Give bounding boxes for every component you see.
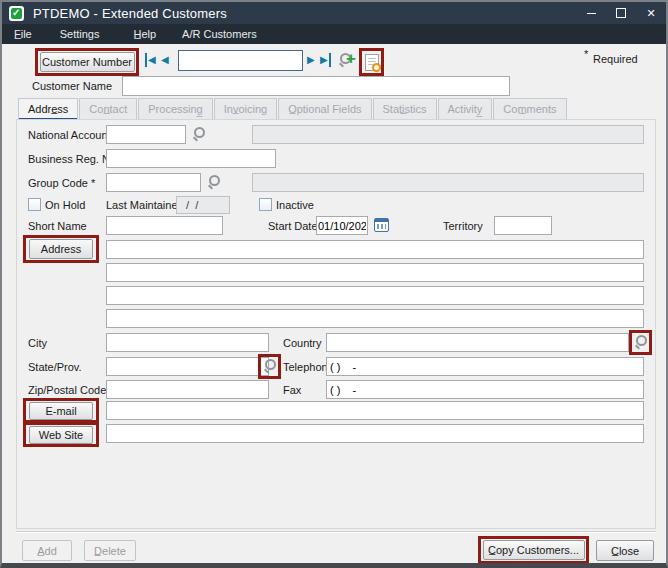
group-code-input[interactable] <box>106 173 201 192</box>
start-date-label: Start Date <box>268 220 318 232</box>
menu-bar: F̲ile Settings H̲elp A/R Customers <box>2 24 666 44</box>
email-input[interactable] <box>106 401 644 420</box>
annotation-drilldown <box>359 48 384 76</box>
annotation-email: E-mail <box>23 398 99 423</box>
minimize-button[interactable] <box>576 2 606 24</box>
menu-settings[interactable]: Settings <box>50 26 110 42</box>
menu-ar-customers[interactable]: A/R Customers <box>172 26 267 42</box>
address-line-1-input[interactable] <box>106 240 644 259</box>
delete-button[interactable]: D̲elete <box>84 540 136 561</box>
customer-name-label: Customer Name <box>32 80 112 92</box>
state-prov-finder-icon[interactable] <box>263 359 277 374</box>
country-label: Country <box>283 337 322 349</box>
annotation-state-finder <box>258 354 281 379</box>
short-name-input[interactable] <box>106 216 223 235</box>
group-code-display <box>252 173 644 192</box>
footer-separator <box>16 531 656 533</box>
tab-comments[interactable]: Com̲ments <box>493 98 566 119</box>
last-maintained-field <box>176 196 230 214</box>
address-line-4-input[interactable] <box>106 309 644 328</box>
on-hold-label: On Hold <box>45 199 85 211</box>
tab-statistics[interactable]: Stati̲stics <box>373 98 437 119</box>
add-button[interactable]: A̲dd <box>22 540 72 561</box>
tab-strip: Addre̲ss Con̲tact Processing̲ Inv̲oicing… <box>18 98 568 119</box>
annotation-web-site: Web Site <box>23 422 99 447</box>
app-icon <box>9 6 24 21</box>
web-site-button[interactable]: Web Site <box>29 426 93 444</box>
territory-input[interactable] <box>494 216 552 235</box>
address-button[interactable]: Address <box>29 239 93 259</box>
business-reg-input[interactable] <box>106 149 276 168</box>
national-account-finder-icon[interactable] <box>192 127 206 142</box>
on-hold-checkbox[interactable] <box>28 198 41 211</box>
annotation-country-finder <box>629 330 652 355</box>
nav-last-icon[interactable] <box>320 53 331 67</box>
menu-help[interactable]: H̲elp <box>123 26 166 42</box>
window-controls <box>576 2 666 24</box>
zip-label: Zip/Postal Code <box>28 384 106 396</box>
title-bar: PTDEMO - Extended Customers <box>2 2 666 24</box>
country-finder-icon[interactable] <box>634 335 648 350</box>
national-account-input[interactable] <box>106 125 186 144</box>
close-button[interactable] <box>636 2 666 24</box>
city-input[interactable] <box>106 333 269 352</box>
copy-customers-button[interactable]: C̲opy Customers... <box>483 540 585 560</box>
tab-invoicing[interactable]: Inv̲oicing <box>214 98 277 119</box>
web-site-input[interactable] <box>106 424 644 443</box>
customer-number-key-button[interactable]: Customer Number <box>40 52 135 72</box>
state-prov-label: State/Prov. <box>28 361 82 373</box>
last-maintained-label: Last Maintained <box>106 199 184 211</box>
address-line-2-input[interactable] <box>106 263 644 282</box>
tab-processing[interactable]: Processing̲ <box>138 98 212 119</box>
annotation-copy-customers: C̲opy Customers... <box>478 536 589 564</box>
menu-file[interactable]: F̲ile <box>4 26 42 42</box>
tab-activity[interactable]: Activity̲ <box>438 98 493 119</box>
new-record-icon[interactable]: + <box>346 49 356 69</box>
email-button[interactable]: E-mail <box>29 402 93 420</box>
inactive-checkbox[interactable] <box>259 198 272 211</box>
required-note: Required <box>593 53 638 65</box>
group-code-label: Group Code * <box>28 177 95 189</box>
tab-address[interactable]: Addre̲ss <box>18 98 78 119</box>
customer-number-input[interactable] <box>178 50 303 71</box>
tab-contact[interactable]: Con̲tact <box>79 98 137 119</box>
drilldown-inquiry-icon[interactable] <box>365 54 379 71</box>
tab-optional-fields[interactable]: O̲ptional Fields <box>278 98 371 119</box>
required-asterisk: * <box>584 48 588 60</box>
city-label: City <box>28 337 47 349</box>
short-name-label: Short Name <box>28 220 87 232</box>
group-code-finder-icon[interactable] <box>207 175 221 190</box>
zip-input[interactable] <box>106 380 269 399</box>
maximize-icon <box>616 8 626 18</box>
state-prov-input[interactable] <box>106 357 269 376</box>
telephone-input[interactable] <box>326 357 644 376</box>
nav-previous-icon[interactable] <box>161 53 169 67</box>
close-dialog-button[interactable]: C̲lose <box>596 540 654 561</box>
customer-name-input[interactable] <box>122 76 510 96</box>
window-title: PTDEMO - Extended Customers <box>33 6 227 21</box>
app-window: PTDEMO - Extended Customers F̲ile Settin… <box>0 0 668 568</box>
country-input[interactable] <box>326 333 629 352</box>
nav-next-icon[interactable] <box>307 53 315 67</box>
annotation-address: Address <box>23 235 99 263</box>
fax-label: Fax <box>283 384 301 396</box>
maximize-button[interactable] <box>606 2 636 24</box>
inactive-label: Inactive <box>276 199 314 211</box>
territory-label: Territory <box>443 220 483 232</box>
national-account-display <box>252 125 644 144</box>
minimize-icon <box>587 13 596 14</box>
calendar-icon[interactable] <box>374 218 389 232</box>
fax-input[interactable] <box>326 380 644 399</box>
annotation-customer-number: Customer Number <box>35 48 139 76</box>
address-line-3-input[interactable] <box>106 286 644 305</box>
nav-first-icon[interactable] <box>145 53 156 67</box>
start-date-input[interactable] <box>316 216 368 235</box>
